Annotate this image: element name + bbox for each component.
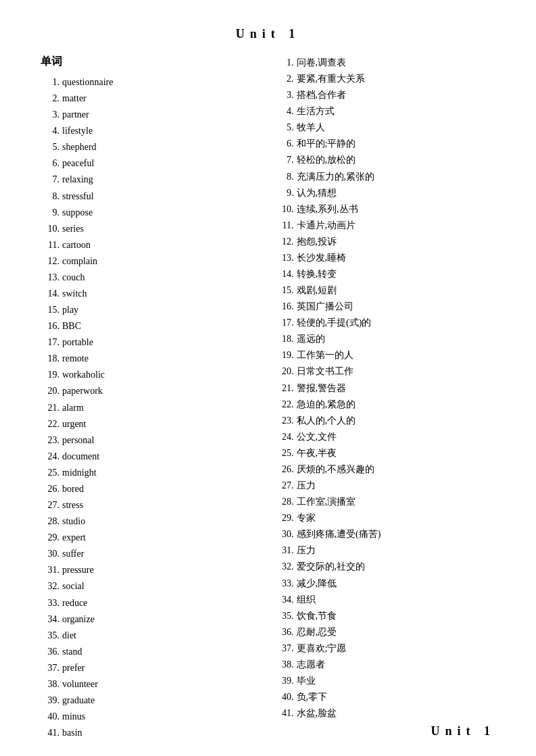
- word-text: midnight: [62, 465, 262, 481]
- translation-number: 16.: [275, 299, 294, 315]
- word-text: social: [62, 578, 262, 595]
- word-text: bored: [62, 481, 262, 497]
- word-number: 19.: [41, 367, 59, 383]
- word-text: lifestyle: [62, 123, 262, 139]
- list-item: 5.牧羊人: [275, 120, 496, 136]
- word-number: 29.: [41, 530, 59, 546]
- list-item: 28.工作室,演播室: [275, 494, 496, 510]
- translation-text: 生活方式: [297, 103, 496, 120]
- word-number: 34.: [41, 611, 59, 628]
- translation-text: 压力: [297, 478, 496, 494]
- translation-text: 忍耐,忍受: [297, 624, 496, 640]
- word-number: 25.: [41, 465, 59, 481]
- word-number: 37.: [41, 660, 59, 676]
- list-item: 15.戏剧,短剧: [275, 282, 496, 299]
- list-item: 36.stand: [41, 644, 262, 660]
- translation-text: 更喜欢;宁愿: [297, 640, 496, 657]
- word-number: 38.: [41, 676, 59, 692]
- translation-text: 遥远的: [297, 331, 496, 347]
- list-item: 1.问卷,调查表: [275, 55, 496, 71]
- word-text: minus: [62, 709, 262, 725]
- list-item: 12.抱怨,投诉: [275, 234, 496, 250]
- bottom-unit: Unit 1: [275, 724, 496, 738]
- word-text: volunteer: [62, 676, 262, 692]
- word-text: expert: [62, 530, 262, 546]
- translation-number: 23.: [275, 413, 294, 429]
- list-item: 9.认为,猜想: [275, 185, 496, 201]
- list-item: 3.partner: [41, 107, 262, 123]
- word-number: 9.: [41, 205, 59, 221]
- list-item: 40.负,零下: [275, 689, 496, 705]
- list-item: 16.BBC: [41, 318, 262, 334]
- list-item: 41.basin: [41, 725, 262, 741]
- list-item: 3.搭档,合作者: [275, 87, 496, 103]
- translation-number: 19.: [275, 347, 294, 363]
- list-item: 20.paperwork: [41, 383, 262, 399]
- translation-number: 20.: [275, 363, 294, 380]
- word-number: 8.: [41, 188, 59, 205]
- list-item: 28.studio: [41, 513, 262, 530]
- word-number: 24.: [41, 449, 59, 465]
- translation-text: 负,零下: [297, 689, 496, 705]
- translation-number: 33.: [275, 576, 294, 592]
- list-item: 10.series: [41, 221, 262, 237]
- translation-text: 长沙发,睡椅: [297, 250, 496, 266]
- list-item: 38.志愿者: [275, 657, 496, 673]
- word-number: 41.: [41, 725, 59, 741]
- word-number: 3.: [41, 107, 59, 123]
- word-text: prefer: [62, 660, 262, 676]
- word-text: urgent: [62, 416, 262, 432]
- list-item: 33.减少,降低: [275, 576, 496, 592]
- translation-text: 轻便的,手提(式)的: [297, 315, 496, 331]
- list-item: 19.workaholic: [41, 367, 262, 383]
- translation-number: 5.: [275, 120, 294, 136]
- list-item: 30.感到疼痛,遭受(痛苦): [275, 526, 496, 543]
- translation-text: 感到疼痛,遭受(痛苦): [297, 526, 496, 543]
- word-text: questionnaire: [62, 74, 262, 91]
- word-number: 28.: [41, 513, 59, 530]
- translation-number: 40.: [275, 689, 294, 705]
- word-text: matter: [62, 91, 262, 107]
- list-item: 26.bored: [41, 481, 262, 497]
- word-number: 7.: [41, 172, 59, 188]
- translation-text: 英国广播公司: [297, 299, 496, 315]
- translation-text: 牧羊人: [297, 120, 496, 136]
- word-text: peaceful: [62, 155, 262, 172]
- word-number: 31.: [41, 562, 59, 578]
- translation-number: 17.: [275, 315, 294, 331]
- list-item: 36.忍耐,忍受: [275, 624, 496, 640]
- list-item: 25.午夜,半夜: [275, 445, 496, 461]
- word-number: 26.: [41, 481, 59, 497]
- list-item: 35.饮食,节食: [275, 608, 496, 624]
- translation-text: 戏剧,短剧: [297, 282, 496, 299]
- list-item: 37.prefer: [41, 660, 262, 676]
- word-number: 20.: [41, 383, 59, 399]
- left-word-list: 1.questionnaire2.matter3.partner4.lifest…: [41, 74, 262, 741]
- translation-text: 警报,警告器: [297, 380, 496, 397]
- translation-number: 8.: [275, 169, 294, 185]
- word-number: 33.: [41, 595, 59, 611]
- word-number: 27.: [41, 497, 59, 513]
- translation-number: 34.: [275, 592, 294, 608]
- list-item: 21.alarm: [41, 400, 262, 416]
- translation-text: 连续,系列,丛书: [297, 201, 496, 218]
- word-text: studio: [62, 513, 262, 530]
- translation-text: 水盆,脸盆: [297, 705, 496, 722]
- list-item: 29.专家: [275, 510, 496, 526]
- word-text: portable: [62, 334, 262, 351]
- word-number: 14.: [41, 286, 59, 302]
- translation-number: 41.: [275, 705, 294, 722]
- word-text: graduate: [62, 692, 262, 709]
- list-item: 39.毕业: [275, 673, 496, 689]
- word-number: 13.: [41, 270, 59, 286]
- word-text: basin: [62, 725, 262, 741]
- list-item: 7.轻松的,放松的: [275, 152, 496, 168]
- translation-number: 35.: [275, 608, 294, 624]
- translation-number: 11.: [275, 218, 294, 234]
- list-item: 5.shepherd: [41, 139, 262, 155]
- list-item: 7.relaxing: [41, 172, 262, 188]
- list-item: 22.urgent: [41, 416, 262, 432]
- word-text: stand: [62, 644, 262, 660]
- translation-text: 问卷,调查表: [297, 55, 496, 71]
- list-item: 34.organize: [41, 611, 262, 628]
